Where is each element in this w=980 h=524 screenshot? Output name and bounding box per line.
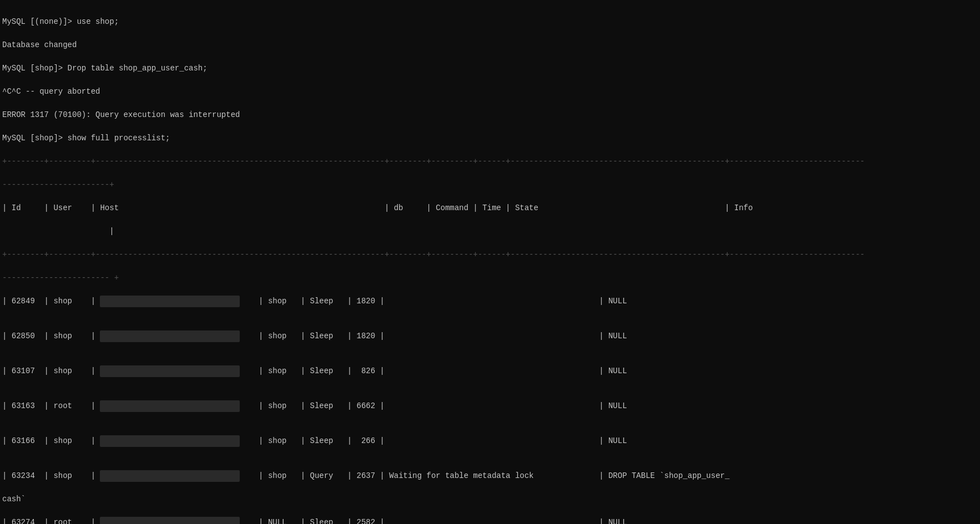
terminal-output: MySQL [(none)]> use shop; Database chang… (0, 0, 980, 524)
host-redacted-5: ██████████████████████████████ (100, 435, 240, 447)
table-row: | 62850 | shop | ███████████████████████… (2, 319, 978, 342)
sep-mid2: ----------------------- + (2, 272, 978, 284)
table-row: | 63107 | shop | ███████████████████████… (2, 354, 978, 377)
host-redacted-4: ██████████████████████████████ (100, 400, 240, 412)
host-redacted-7: ██████████████████████████████ (100, 517, 240, 524)
table-row: | 63234 | shop | ███████████████████████… (2, 459, 978, 482)
line-4: ^C^C -- query aborted (2, 86, 978, 98)
sep-top2: -----------------------+ (2, 179, 978, 191)
host-redacted-1: ██████████████████████████████ (100, 296, 240, 307)
line-3: MySQL [shop]> Drop table shop_app_user_c… (2, 63, 978, 74)
host-redacted-6: ██████████████████████████████ (100, 470, 240, 482)
host-redacted-2: ██████████████████████████████ (100, 330, 240, 342)
host-redacted-3: ██████████████████████████████ (100, 365, 240, 377)
table-row: | 62849 | shop | ███████████████████████… (2, 296, 978, 307)
line-6: MySQL [shop]> show full processlist; (2, 133, 978, 144)
sep-top: +--------+---------+--------------------… (2, 156, 978, 167)
line-2: Database changed (2, 39, 978, 51)
table-row: | 63166 | shop | ███████████████████████… (2, 424, 978, 447)
table-row: | 63274 | root | ███████████████████████… (2, 517, 978, 524)
table-row: | 63163 | root | ███████████████████████… (2, 389, 978, 412)
table-header: | Id | User | Host | db | Command | Time… (2, 202, 978, 214)
table-row-cont-6: cash` (2, 494, 978, 505)
table-header-cont: | (2, 226, 978, 237)
sep-mid: +--------+---------+--------------------… (2, 249, 978, 261)
line-5: ERROR 1317 (70100): Query execution was … (2, 109, 978, 121)
line-1: MySQL [(none)]> use shop; (2, 16, 978, 28)
